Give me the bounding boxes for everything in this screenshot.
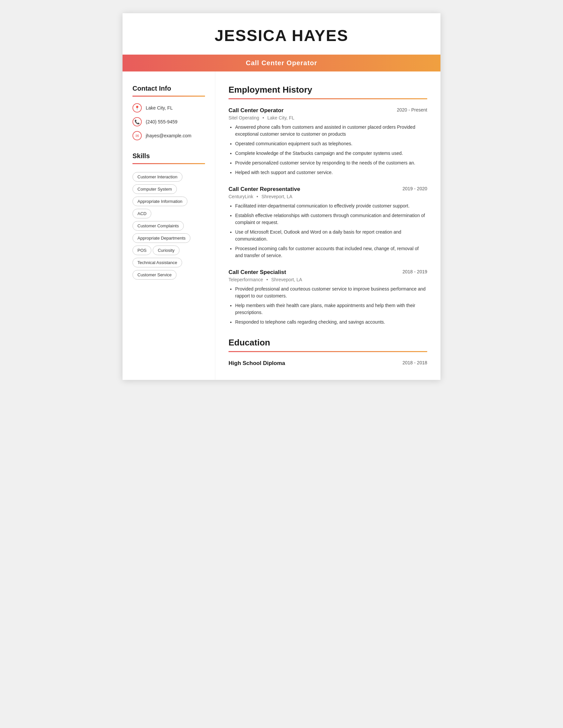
skill-tag: Computer System xyxy=(132,184,177,194)
skill-tag: Appropriate Information xyxy=(132,197,187,206)
resume-container: JESSICA HAYES Call Center Operator Conta… xyxy=(122,13,441,380)
edu-title: High School Diploma xyxy=(228,360,285,367)
job-bullet: Complete knowledge of the Starbucks camp… xyxy=(235,150,427,157)
job-bullets: Facilitated inter-departmental communica… xyxy=(228,203,427,259)
job-bullet: Establish effective relationships with c… xyxy=(235,212,427,226)
candidate-title: Call Center Operator xyxy=(246,59,317,67)
jobs-container: Call Center Operator2020 - PresentSitel … xyxy=(228,107,427,326)
location-text: Lake City, FL xyxy=(146,105,172,111)
contact-divider xyxy=(132,96,205,97)
job-company: CenturyLink • Shreveport, LA xyxy=(228,194,427,199)
skill-tag: Customer Service xyxy=(132,270,176,280)
job-bullet: Provide personalized customer service by… xyxy=(235,159,427,166)
job-bullet: Facilitated inter-departmental communica… xyxy=(235,203,427,209)
job-bullet: Helped with tech support and customer se… xyxy=(235,169,427,176)
resume-body: Contact Info 📍 Lake City, FL 📞 (240) 555… xyxy=(122,71,441,380)
education-divider xyxy=(228,351,427,352)
job-bullet: Help members with their health care plan… xyxy=(235,302,427,316)
skill-tag: Curiosity xyxy=(153,246,179,255)
edu-container: High School Diploma2018 - 2018 xyxy=(228,360,427,367)
job-company: Teleperformance • Shreveport, LA xyxy=(228,277,427,282)
skill-tag: POS xyxy=(132,246,151,255)
skill-tag: ACD xyxy=(132,209,151,218)
job-bullet: Use of Microsoft Excel, Outlook and Word… xyxy=(235,229,427,243)
sidebar: Contact Info 📍 Lake City, FL 📞 (240) 555… xyxy=(122,71,215,380)
employment-section-title: Employment History xyxy=(228,85,427,95)
job-dates: 2019 - 2020 xyxy=(402,186,427,191)
job-bullet: Responded to telephone calls regarding c… xyxy=(235,319,427,326)
job-header: Call Center Specialist2018 - 2019 xyxy=(228,269,427,276)
job-dates: 2018 - 2019 xyxy=(402,269,427,274)
email-text: jhayes@example.com xyxy=(146,133,191,138)
candidate-name: JESSICA HAYES xyxy=(129,26,434,45)
email-icon: ✉ xyxy=(132,131,142,140)
phone-text: (240) 555-9459 xyxy=(146,119,177,124)
job-bullet: Operated communication equipment such as… xyxy=(235,140,427,147)
job-bullet: Answered phone calls from customers and … xyxy=(235,124,427,138)
main-content: Employment History Call Center Operator2… xyxy=(215,71,441,380)
contact-email: ✉ jhayes@example.com xyxy=(132,131,205,140)
edu-item: High School Diploma2018 - 2018 xyxy=(228,360,427,367)
skill-tag: Customer Interaction xyxy=(132,172,182,182)
contact-phone: 📞 (240) 555-9459 xyxy=(132,117,205,126)
contact-section-title: Contact Info xyxy=(132,85,205,92)
employment-divider xyxy=(228,98,427,99)
contact-location: 📍 Lake City, FL xyxy=(132,103,205,113)
skills-section-title: Skills xyxy=(132,152,205,160)
employment-section: Employment History Call Center Operator2… xyxy=(228,85,427,326)
job-title: Call Center Specialist xyxy=(228,269,286,276)
skill-tag: Customer Complaints xyxy=(132,221,184,231)
job-item: Call Center Operator2020 - PresentSitel … xyxy=(228,107,427,176)
skill-tag: Appropriate Departments xyxy=(132,233,190,243)
job-title: Call Center Operator xyxy=(228,107,284,114)
title-bar: Call Center Operator xyxy=(122,55,441,71)
phone-icon: 📞 xyxy=(132,117,142,126)
job-title: Call Center Representative xyxy=(228,186,300,193)
edu-dates: 2018 - 2018 xyxy=(402,360,427,365)
job-item: Call Center Specialist2018 - 2019Teleper… xyxy=(228,269,427,326)
job-bullet: Processed incoming calls for customer ac… xyxy=(235,245,427,259)
job-item: Call Center Representative2019 - 2020Cen… xyxy=(228,186,427,259)
education-section: Education High School Diploma2018 - 2018 xyxy=(228,338,427,367)
job-bullet: Provided professional and courteous cust… xyxy=(235,286,427,299)
job-header: Call Center Operator2020 - Present xyxy=(228,107,427,114)
skill-tag: Technical Assistance xyxy=(132,258,182,267)
resume-header: JESSICA HAYES xyxy=(122,13,441,51)
skills-section: Skills Customer InteractionComputer Syst… xyxy=(132,152,205,281)
job-bullets: Answered phone calls from customers and … xyxy=(228,124,427,176)
skills-tags-container: Customer InteractionComputer SystemAppro… xyxy=(132,171,205,281)
education-section-title: Education xyxy=(228,338,427,348)
skills-divider xyxy=(132,163,205,164)
job-company: Sitel Operating • Lake City, FL xyxy=(228,115,427,120)
job-dates: 2020 - Present xyxy=(397,107,427,113)
contact-section: Contact Info 📍 Lake City, FL 📞 (240) 555… xyxy=(132,85,205,140)
job-bullets: Provided professional and courteous cust… xyxy=(228,286,427,326)
location-icon: 📍 xyxy=(132,103,142,113)
job-header: Call Center Representative2019 - 2020 xyxy=(228,186,427,193)
